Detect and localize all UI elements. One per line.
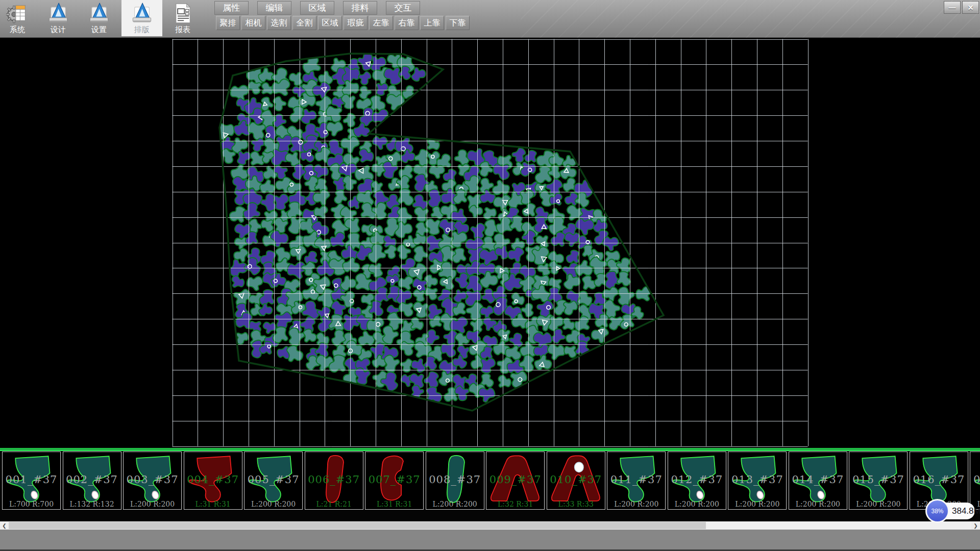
part-tile[interactable]: 006_#37L:21 R:21	[305, 452, 363, 510]
part-tile[interactable]: 014_#37L:200 R:200	[789, 452, 847, 510]
part-tile[interactable]: 004_#37L:31 R:31	[184, 452, 242, 510]
part-id-label: 014_#37	[789, 473, 847, 486]
part-tile[interactable]: 002_#37L:132 R:132	[63, 452, 121, 510]
part-id-label: 012_#37	[668, 473, 726, 486]
toolbar-button-report[interactable]: 报表	[166, 0, 199, 36]
minimize-button[interactable]: —	[944, 1, 961, 14]
horizontal-scrollbar[interactable]: ❮ ❯	[0, 521, 980, 530]
part-tile[interactable]: 015_#37L:200 R:200	[849, 452, 908, 510]
part-id-label: 016_#37	[910, 473, 968, 486]
menu-row-secondary: 聚排相机选割全割区域瑕疵左靠右靠上靠下靠	[216, 16, 470, 30]
toolbar-label-layout: 排版	[134, 25, 150, 35]
menu-item-3[interactable]: 区域	[300, 1, 334, 15]
report-doc-icon	[172, 2, 194, 24]
part-tile[interactable]: 005_#37L:200 R:200	[244, 452, 303, 510]
triangle-ruler-icon	[47, 2, 69, 24]
part-tile[interactable]: 003_#37L:200 R:200	[123, 452, 182, 510]
part-id-label: 005_#37	[244, 473, 302, 486]
tool-button-3[interactable]: 选割	[267, 16, 291, 30]
close-icon: ✕	[968, 4, 974, 12]
part-counts-label: L:33 R:33	[547, 500, 605, 508]
menu-row-primary: 属性编辑区域排料交互	[214, 1, 420, 15]
part-counts-label: L:200 R:200	[789, 500, 847, 508]
toolbar-label-report: 报表	[175, 25, 190, 35]
tool-button-5[interactable]: 区域	[318, 16, 342, 30]
toolbar-button-system[interactable]: 系统	[1, 0, 34, 36]
part-tile[interactable]: 009_#37L:32 R:31	[486, 452, 545, 510]
nesting-canvas[interactable]	[0, 38, 980, 448]
part-counts-label: L:31 R:31	[365, 500, 423, 508]
part-tile[interactable]: 008_#37L:200 R:200	[426, 452, 484, 510]
status-bar	[0, 530, 980, 551]
part-tile[interactable]: 012_#37L:200 R:200	[668, 452, 726, 510]
window-controls: — ✕	[944, 1, 979, 14]
part-counts-label: L:200 R:200	[728, 500, 786, 508]
toolbar-button-design[interactable]: 设计	[42, 0, 75, 36]
part-id-label: 003_#37	[124, 473, 181, 486]
scroll-right-arrow-icon[interactable]: ❯	[971, 521, 980, 530]
part-counts-label: L:200 R:200	[607, 500, 665, 508]
part-id-label: 009_#37	[486, 473, 544, 486]
part-id-label: 004_#37	[184, 473, 242, 486]
part-id-label: 006_#37	[305, 473, 363, 486]
part-id-label: 002_#37	[63, 473, 121, 486]
part-id-label: 008_#37	[426, 473, 484, 486]
toolbar-label-design: 设计	[51, 25, 66, 35]
part-counts-label: L:200 R:200	[849, 500, 907, 508]
toolbar-label-settings: 设置	[91, 25, 107, 35]
menu-item-5[interactable]: 交互	[386, 1, 420, 15]
triangle-ruler-icon	[88, 2, 110, 24]
part-id-label: 017_#37	[970, 473, 980, 486]
tool-button-7[interactable]: 左靠	[369, 16, 393, 30]
part-tile[interactable]: 013_#37L:200 R:200	[728, 452, 787, 510]
toolbar-label-system: 系统	[10, 25, 25, 35]
part-counts-label: L:200 R:200	[668, 500, 726, 508]
part-tile[interactable]: 007_#37L:31 R:31	[365, 452, 424, 510]
part-id-label: 015_#37	[849, 473, 907, 486]
menu-item-4[interactable]: 排料	[343, 1, 377, 15]
tool-button-1[interactable]: 聚排	[216, 16, 240, 30]
part-id-label: 011_#37	[607, 473, 665, 486]
part-id-label: 007_#37	[365, 473, 423, 486]
scrollbar-thumb[interactable]	[9, 522, 706, 529]
part-tile[interactable]: 001_#37L:700 R:700	[2, 452, 61, 510]
minimize-icon: —	[949, 4, 956, 12]
part-id-label: 013_#37	[728, 473, 786, 486]
tool-button-8[interactable]: 右靠	[395, 16, 419, 30]
triangle-ruler-icon	[131, 2, 153, 24]
tool-button-6[interactable]: 瑕疵	[344, 16, 368, 30]
part-counts-label: L:200 R:200	[244, 500, 302, 508]
toolbar-button-layout[interactable]: 排版	[121, 0, 162, 36]
part-id-label: 001_#37	[3, 473, 60, 486]
tool-button-2[interactable]: 相机	[241, 16, 265, 30]
system-gear-icon	[6, 2, 29, 24]
toolbar-button-settings[interactable]: 设置	[83, 0, 115, 36]
scroll-left-arrow-icon[interactable]: ❮	[0, 521, 9, 530]
menu-item-2[interactable]: 编辑	[257, 1, 291, 15]
part-tile[interactable]: 010_#37L:33 R:33	[547, 452, 605, 510]
titlebar-toolbar: 系统 设计 设置 排版	[0, 0, 980, 38]
part-tile[interactable]: 011_#37L:200 R:200	[607, 452, 666, 510]
parts-film-strip: 001_#37L:700 R:700002_#37L:132 R:132003_…	[0, 451, 980, 521]
tool-button-10[interactable]: 下靠	[446, 16, 470, 30]
part-id-label: 010_#37	[547, 473, 605, 486]
progress-percent: 38%	[931, 508, 943, 515]
progress-badge: 38% 384.8M	[928, 503, 975, 519]
part-counts-label: L:132 R:132	[63, 500, 121, 508]
part-counts-label: L:31 R:31	[184, 500, 242, 508]
part-counts-label: L:32 R:31	[486, 500, 544, 508]
part-counts-label: L:700 R:700	[3, 500, 60, 508]
progress-size-label: 384.8M	[952, 503, 980, 519]
menu-item-1[interactable]: 属性	[214, 1, 249, 15]
tool-button-4[interactable]: 全割	[292, 16, 316, 30]
part-counts-label: L:200 R:200	[124, 500, 181, 508]
close-button[interactable]: ✕	[962, 1, 979, 14]
progress-circle: 38%	[925, 499, 949, 523]
part-counts-label: L:21 R:21	[305, 500, 363, 508]
part-counts-label: L:200 R:200	[426, 500, 484, 508]
tool-button-9[interactable]: 上靠	[420, 16, 444, 30]
part-tile[interactable]: 017_#37L:200 R:200	[970, 452, 980, 510]
